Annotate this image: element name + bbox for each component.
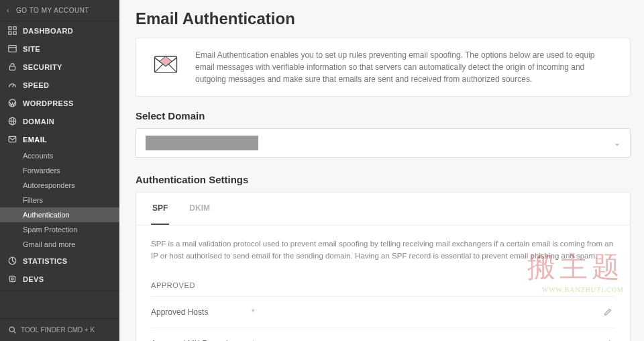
svg-point-15: [11, 278, 13, 280]
sidebar-sub-forwarders[interactable]: Forwarders: [0, 163, 119, 178]
auth-settings-panel: SPF DKIM SPF is a mail validation protoc…: [136, 192, 631, 341]
edit-button[interactable]: [600, 336, 615, 341]
nav-label: STATISTICS: [23, 257, 68, 265]
sidebar-item-site[interactable]: SITE: [0, 40, 119, 58]
tool-finder-label: TOOL FINDER CMD + K: [21, 326, 95, 334]
sidebar-item-email[interactable]: EMAIL: [0, 130, 119, 148]
sidebar-item-devs[interactable]: DEVS: [0, 270, 119, 288]
intro-box: Email Authentication enables you to set …: [136, 38, 631, 97]
tabs: SPF DKIM: [136, 193, 630, 226]
nav-label: EMAIL: [23, 136, 47, 144]
sidebar-sub-filters[interactable]: Filters: [0, 193, 119, 207]
intro-text: Email Authentication enables you to set …: [195, 49, 615, 85]
nav-label: DOMAIN: [23, 117, 54, 126]
svg-rect-3: [13, 32, 16, 34]
nav-label: DEVS: [23, 275, 44, 283]
nav-label: SITE: [23, 45, 40, 53]
domain-select[interactable]: ⌄: [136, 128, 631, 158]
sidebar-item-domain[interactable]: DOMAIN: [0, 112, 119, 130]
svg-line-7: [13, 85, 14, 87]
tab-spf[interactable]: SPF: [151, 193, 169, 225]
sidebar-sub-spam-protection[interactable]: Spam Protection: [0, 222, 119, 237]
chevron-down-icon: ⌄: [614, 138, 621, 148]
browser-icon: [8, 44, 17, 53]
go-to-account-label: GO TO MY ACCOUNT: [16, 7, 89, 14]
svg-rect-4: [9, 46, 16, 52]
grid-icon: [8, 26, 17, 35]
mail-icon: [8, 135, 17, 144]
sidebar: ‹ GO TO MY ACCOUNT DASHBOARD SITE SECURI…: [0, 0, 119, 341]
nav-label: SPEED: [23, 81, 49, 89]
nav-label: SECURITY: [23, 63, 62, 71]
main-content: Email Authentication Email Authenticatio…: [119, 0, 644, 341]
setting-value: *: [252, 307, 600, 317]
svg-rect-0: [9, 27, 11, 30]
sidebar-sub-authentication[interactable]: Authentication: [0, 207, 119, 222]
globe-icon: [8, 117, 17, 126]
svg-rect-6: [9, 66, 15, 70]
stats-icon: [8, 256, 17, 265]
svg-rect-2: [9, 32, 11, 34]
page-title: Email Authentication: [136, 9, 631, 28]
arrow-left-icon: ‹: [7, 7, 9, 14]
sidebar-item-statistics[interactable]: STATISTICS: [0, 252, 119, 270]
envelope-auth-icon: [151, 49, 180, 79]
sidebar-item-wordpress[interactable]: WORDPRESS: [0, 94, 119, 112]
sidebar-item-security[interactable]: SECURITY: [0, 58, 119, 76]
gauge-icon: [8, 81, 17, 89]
select-domain-heading: Select Domain: [136, 110, 631, 121]
auth-settings-heading: Authentication Settings: [136, 174, 631, 185]
go-to-account-link[interactable]: ‹ GO TO MY ACCOUNT: [0, 0, 119, 21]
domain-select-value: [146, 136, 258, 150]
sidebar-item-dashboard[interactable]: DASHBOARD: [0, 21, 119, 40]
group-approved: APPROVED: [151, 275, 615, 297]
row-approved-hosts: Approved Hosts *: [151, 297, 615, 328]
tab-dkim[interactable]: DKIM: [188, 193, 211, 225]
spf-description: SPF is a mail validation protocol used t…: [151, 238, 615, 262]
lock-icon: [8, 62, 17, 71]
row-approved-mx: Approved MX Records *: [151, 328, 615, 341]
sidebar-sub-gmail-more[interactable]: Gmail and more: [0, 237, 119, 252]
tab-body-spf: SPF is a mail validation protocol used t…: [136, 226, 630, 341]
svg-line-17: [14, 332, 15, 333]
svg-point-16: [9, 327, 14, 332]
svg-rect-1: [13, 27, 16, 30]
nav-label: DASHBOARD: [23, 27, 73, 35]
svg-rect-12: [9, 136, 16, 142]
setting-label: Approved Hosts: [151, 307, 252, 317]
devs-icon: [8, 275, 17, 283]
edit-button[interactable]: [600, 305, 615, 320]
tool-finder[interactable]: TOOL FINDER CMD + K: [0, 318, 119, 341]
search-icon: [8, 326, 17, 334]
sidebar-item-speed[interactable]: SPEED: [0, 76, 119, 94]
nav-label: WORDPRESS: [23, 99, 74, 107]
sidebar-divider: [0, 291, 119, 291]
sidebar-sub-autoresponders[interactable]: Autoresponders: [0, 178, 119, 193]
wordpress-icon: [8, 99, 17, 107]
sidebar-sub-accounts[interactable]: Accounts: [0, 148, 119, 163]
svg-rect-14: [9, 276, 15, 281]
